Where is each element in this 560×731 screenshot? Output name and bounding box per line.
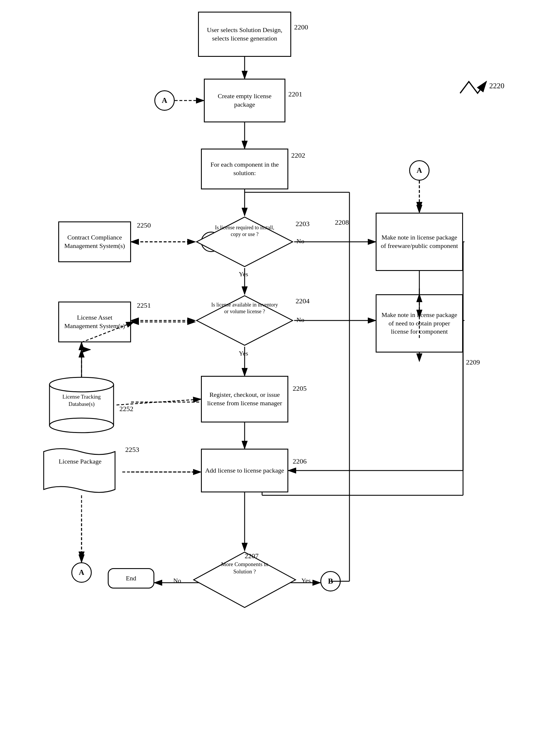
node-2208-label: Make note in license package of freeware…	[379, 233, 459, 250]
node-2250-label: Contract Compliance Management System(s)	[62, 233, 127, 250]
label-no-2203: No	[296, 237, 304, 245]
zigzag-arrow	[454, 76, 489, 99]
connector-b-bottom: B	[320, 571, 341, 592]
svg-line-49	[116, 399, 201, 405]
step-2252: 2252	[119, 405, 133, 413]
step-2203: 2203	[296, 220, 310, 228]
svg-point-34	[50, 377, 114, 392]
node-end: End	[108, 568, 154, 589]
node-2205: Register, checkout, or issue license fro…	[201, 376, 288, 423]
connector-a-bottom-left: A	[71, 562, 92, 583]
node-2209-label: Make note in license package of need to …	[379, 311, 459, 336]
step-2205: 2205	[293, 385, 307, 393]
step-2204: 2204	[296, 297, 310, 305]
step-2206: 2206	[293, 458, 307, 465]
diagram-container: User selects Solution Design, selects li…	[0, 0, 560, 731]
node-2251-label: License Asset Management System(s)	[62, 313, 127, 330]
step-2209: 2209	[466, 358, 480, 366]
step-2207: 2207	[245, 552, 259, 560]
label-yes-2204: Yes	[239, 349, 248, 357]
svg-point-35	[50, 418, 114, 433]
label-no-2204: No	[296, 316, 304, 324]
step-2202: 2202	[291, 151, 305, 159]
node-2202: For each component in the solution:	[201, 149, 288, 189]
step-2201: 2201	[288, 90, 302, 98]
node-2209: Make note in license package of need to …	[376, 294, 463, 352]
node-2201: Create empty license package	[204, 79, 285, 122]
diamond-2204: Is license available in inventory or vol…	[195, 294, 294, 347]
step-2250: 2250	[137, 221, 151, 229]
node-2252: License Tracking Database(s)	[47, 376, 116, 434]
label-no-2207: No	[173, 577, 181, 585]
node-2206: Add license to license package	[201, 449, 288, 492]
node-2251: License Asset Management System(s)	[58, 301, 131, 342]
diamond-2203: Is license required to install, copy or …	[195, 216, 294, 268]
node-2205-label: Register, checkout, or issue license fro…	[205, 391, 285, 407]
step-2208: 2208	[335, 218, 349, 226]
step-2251: 2251	[137, 301, 151, 309]
node-2208: Make note in license package of freeware…	[376, 213, 463, 271]
node-2250: Contract Compliance Management System(s)	[58, 221, 131, 262]
connector-a-right-top: A	[409, 160, 430, 181]
label-yes-2203: Yes	[239, 270, 248, 278]
node-2202-label: For each component in the solution:	[205, 160, 285, 177]
node-2201-label: Create empty license package	[208, 92, 282, 109]
node-2200: User selects Solution Design, selects li…	[198, 12, 291, 57]
node-2200-label: User selects Solution Design, selects li…	[202, 26, 287, 43]
step-2220: 2220	[489, 82, 504, 90]
step-2253: 2253	[125, 446, 139, 454]
node-2206-label: Add license to license package	[205, 467, 284, 475]
label-yes-2207: Yes	[301, 577, 311, 585]
connector-a-top-left: A	[154, 90, 175, 111]
node-end-label: End	[126, 574, 136, 583]
step-2200: 2200	[294, 23, 308, 31]
node-2253: License Package	[38, 446, 122, 495]
